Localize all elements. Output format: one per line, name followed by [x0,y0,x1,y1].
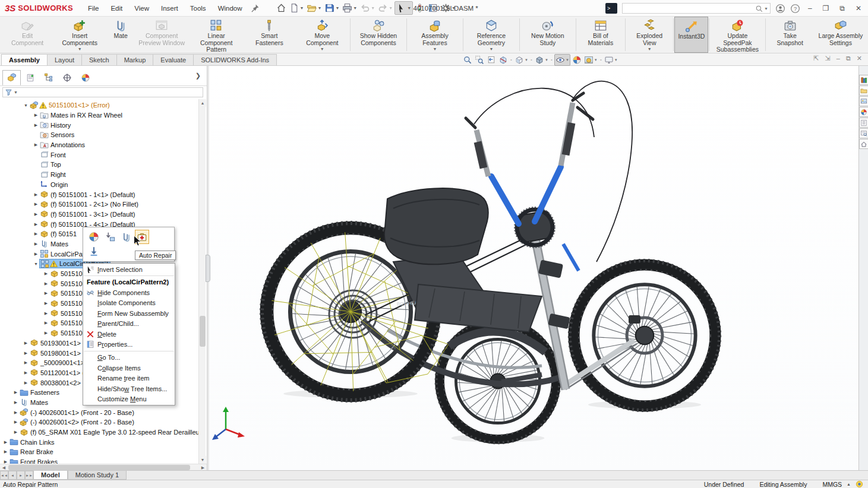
menu-item-collapse-items[interactable]: Collapse Items [83,363,175,373]
tree-item[interactable]: ▶ (f) 05_SRAM X01 Eagle Type 3.0 12-spee… [0,427,198,438]
apply-scene-button[interactable]: ▼ [583,55,598,65]
dropdown-caret-icon[interactable]: ▼ [525,58,528,62]
expand-right-icon[interactable]: ▶ [12,420,19,424]
filter-funnel-icon[interactable] [5,88,12,96]
dropdown-caret-icon[interactable]: ▼ [300,6,304,10]
tree-item[interactable]: Sensors [0,130,198,140]
dropdown-caret-icon[interactable]: ▼ [648,47,652,51]
edit-appearance-button[interactable] [572,55,582,65]
search-icon[interactable] [755,5,763,12]
graphics-viewport[interactable]: BOWHEAD [209,66,858,470]
edit-feature-icon[interactable] [87,230,101,244]
redo-button[interactable]: ▼ [377,2,394,14]
menu-item-invert-selection[interactable]: Invert Selection [83,264,175,274]
document-minimize-button[interactable]: – [837,55,840,62]
document-restore-button[interactable]: ⧉ [846,55,851,62]
new-document-button[interactable]: ▼ [288,2,305,14]
dropdown-caret-icon[interactable]: ▼ [489,47,493,51]
display-style-button[interactable]: ▼ [534,55,549,65]
ribbon-show-hidden-components-button[interactable]: Show Hidden Components [351,17,406,53]
document-close-button[interactable]: ✕ [857,55,862,62]
zoom-to-area-button[interactable] [474,55,485,65]
ribbon-bill-of-materials-button[interactable]: Bill of Materials [577,17,624,53]
menu-tools[interactable]: Tools [185,3,212,14]
expand-right-icon[interactable]: ▶ [23,351,29,356]
ribbon-move-component-button[interactable]: Move Component ▼ [295,17,349,53]
scroll-up-icon[interactable]: ▲ [199,99,206,107]
tab-solidworks-add-ins[interactable]: SOLIDWORKS Add-Ins [193,54,277,65]
expand-right-icon[interactable]: ▶ [33,242,39,246]
menu-item-customize-menu[interactable]: Customize Menu [83,394,175,404]
tree-item[interactable]: ▶ History [0,120,198,130]
tab-layout[interactable]: Layout [47,54,82,65]
open-button[interactable]: ▼ [305,2,323,14]
tab-evaluate[interactable]: Evaluate [153,54,194,65]
expand-right-icon[interactable]: ▶ [2,440,9,445]
save-button[interactable]: ▼ [323,2,340,14]
custom-properties-tab[interactable] [859,118,868,128]
tab-assembly[interactable]: Assembly [1,54,48,65]
close-button[interactable]: ✕ [853,4,864,12]
expand-right-icon[interactable]: ▶ [23,360,29,365]
menu-item-delete[interactable]: Delete [83,329,175,339]
dimxpertmanager-tab[interactable] [58,70,76,85]
document-pane-previous-button[interactable]: ⇱ [813,55,819,62]
expand-right-icon[interactable]: ▶ [43,331,49,335]
expand-right-icon[interactable]: ▶ [43,291,49,296]
propertymanager-tab[interactable] [21,70,39,85]
configurationmanager-tab[interactable] [39,70,58,85]
tree-item[interactable]: ▼ 50151001<1> (Error) [0,100,198,110]
undo-button[interactable]: ▼ [359,2,376,14]
tab-scroll-first-icon[interactable]: ◄◄ [0,471,8,480]
expand-right-icon[interactable]: ▶ [33,113,39,118]
solidworks-resources-tab[interactable] [859,139,868,149]
expand-right-icon[interactable]: ▶ [23,341,29,346]
menu-insert[interactable]: Insert [156,3,184,14]
previous-view-button[interactable] [486,55,497,65]
section-view-button[interactable] [498,55,509,65]
maximize-button[interactable]: ❐ [820,4,832,12]
pin-icon[interactable] [250,4,260,13]
zoom-to-fit-button[interactable] [462,55,473,65]
tree-item[interactable]: ▶ (f) 50151001 - 3<1> (Default) [0,210,198,220]
mate-icon[interactable] [119,230,133,244]
tree-item[interactable]: ▶ Chain Links [0,437,198,447]
expand-down-icon[interactable]: ▼ [33,262,39,266]
expand-right-icon[interactable]: ▶ [33,202,39,207]
expand-right-icon[interactable]: ▶ [12,390,19,395]
view-palette-tab[interactable] [859,96,868,106]
dropdown-caret-icon[interactable]: ▼ [320,47,324,51]
menu-window[interactable]: Window [213,3,248,14]
featuremanager-tab[interactable] [2,70,21,85]
ribbon-linear-component-pattern-button[interactable]: Linear Component Pattern ▼ [189,17,244,53]
dropdown-caret-icon[interactable]: ▼ [317,6,321,10]
solidworks-forum-tab[interactable] [859,128,868,138]
insert-below-icon[interactable] [87,244,101,258]
print-button[interactable]: ▼ [341,2,358,14]
expand-right-icon[interactable]: ▶ [43,301,49,306]
panel-splitter-grip[interactable] [206,255,210,282]
tree-item[interactable]: ▶ (-) 40026001<2> (Front - 20 - Base) [0,417,198,427]
ribbon-instant3d-button[interactable]: Instant3D [674,17,708,53]
tree-item[interactable]: ▶ Rear Brake [0,447,198,457]
ribbon-reference-geometry-button[interactable]: Reference Geometry ▼ [464,17,519,53]
expand-right-icon[interactable]: ▶ [33,252,39,256]
tree-item[interactable]: ▶ Mates in RX Rear Wheel [0,110,198,121]
units-value[interactable]: MMGS [822,481,842,488]
expand-right-icon[interactable]: ▶ [33,123,39,128]
scroll-down-icon[interactable]: ▼ [199,456,206,464]
horizontal-scroll-thumb[interactable] [8,465,190,470]
view-orientation-button[interactable]: ▼ [514,55,529,65]
menu-file[interactable]: File [83,3,105,14]
tab-scroll-next-icon[interactable]: ► [17,471,25,480]
expand-right-icon[interactable]: ▶ [33,212,39,217]
design-library-tab[interactable] [859,75,868,85]
menu-item-properties-[interactable]: Properties... [83,339,175,349]
ribbon-take-snapshot-button[interactable]: Take Snapshot [766,17,813,53]
displaymanager-tab[interactable] [76,70,94,85]
dropdown-caret-icon[interactable]: ▼ [371,6,375,10]
tree-item[interactable]: ▶ A Annotations [0,140,198,150]
menu-item-isolate-components[interactable]: Isolate Components [83,298,175,308]
menu-item-go-to-[interactable]: Go To... [83,353,175,363]
search-input[interactable]: ▼ [622,3,771,14]
